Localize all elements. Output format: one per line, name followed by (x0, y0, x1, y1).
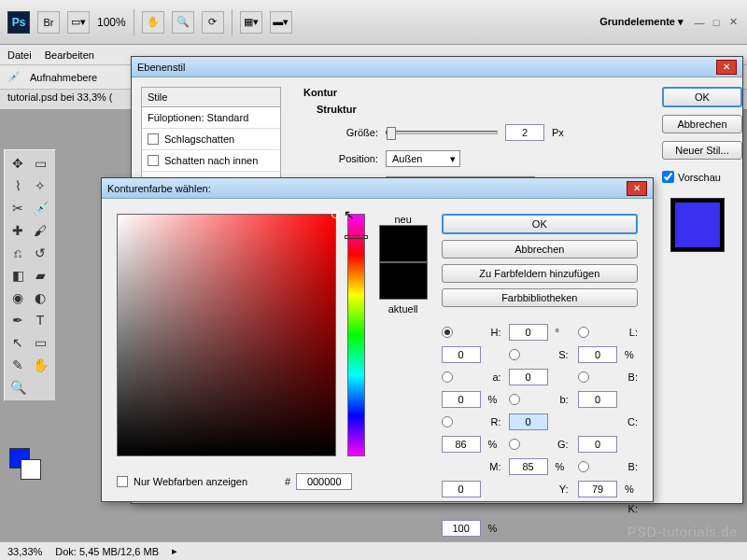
expand-icon[interactable]: ▸ (172, 545, 177, 557)
radio-lab-b[interactable] (509, 394, 520, 405)
heal-tool-icon[interactable]: ✚ (7, 219, 29, 242)
k-input[interactable] (442, 520, 481, 537)
gradient-tool-icon[interactable]: ▰ (29, 264, 51, 287)
style-item-dropshadow[interactable]: Schlagschatten (142, 129, 280, 150)
m-input[interactable] (509, 458, 548, 475)
menu-file[interactable]: Datei (7, 49, 32, 61)
b-hsb-input[interactable] (442, 391, 481, 408)
web-only-checkbox[interactable]: Nur Webfarben anzeigen (117, 476, 247, 487)
close-icon[interactable]: ✕ (627, 181, 647, 196)
y-input[interactable] (578, 481, 617, 497)
divider (232, 9, 233, 35)
stamp-tool-icon[interactable]: ⎌ (7, 242, 29, 264)
c-input[interactable] (442, 436, 481, 453)
eyedropper-icon[interactable]: 💉 (7, 71, 21, 83)
g-input[interactable] (578, 436, 617, 453)
cancel-button[interactable]: Abbrechen (442, 240, 638, 259)
divider (134, 9, 134, 35)
shape-tool-icon[interactable]: ▭ (29, 331, 51, 354)
crop-tool-icon[interactable]: ✂ (7, 197, 29, 219)
notes-tool-icon[interactable]: ✎ (7, 354, 29, 376)
add-swatch-button[interactable]: Zu Farbfeldern hinzufügen (442, 264, 638, 283)
close-icon[interactable]: ✕ (716, 60, 737, 75)
l-input[interactable] (442, 346, 481, 363)
checkbox-icon[interactable] (117, 476, 128, 487)
radio-l[interactable] (578, 327, 589, 338)
arrange-docs-button[interactable]: ▦▾ (240, 11, 262, 34)
radio-rgb-b[interactable] (578, 461, 589, 472)
checkbox-icon[interactable] (148, 155, 159, 166)
pen-tool-icon[interactable]: ✒ (7, 309, 29, 331)
dialog-titlebar[interactable]: Konturenfarbe wählen: ✕ (102, 178, 653, 199)
bridge-button[interactable]: Br (37, 11, 60, 34)
radio-b[interactable] (578, 371, 589, 383)
maximize-icon[interactable]: □ (710, 16, 723, 29)
radio-a[interactable] (442, 371, 453, 383)
screenmode-button[interactable]: ▬▾ (270, 11, 292, 34)
preview-checkbox[interactable]: Vorschau (662, 171, 733, 183)
radio-r[interactable] (442, 416, 453, 427)
eraser-tool-icon[interactable]: ◧ (7, 264, 29, 287)
path-tool-icon[interactable]: ↖ (7, 331, 29, 354)
current-color-swatch[interactable] (379, 262, 428, 300)
lasso-tool-icon[interactable]: ⌇ (7, 175, 29, 197)
screen-mode-button[interactable]: ▭▾ (67, 11, 90, 34)
radio-g[interactable] (509, 439, 520, 450)
doc-size-status[interactable]: Dok: 5,45 MB/12,6 MB (55, 546, 159, 557)
a-input[interactable] (509, 369, 548, 385)
type-tool-icon[interactable]: T (29, 309, 51, 331)
r-input[interactable] (509, 413, 548, 430)
dodge-tool-icon[interactable]: ◐ (29, 287, 51, 309)
dialog-titlebar[interactable]: Ebenenstil ✕ (132, 57, 742, 77)
size-label: Größe: (303, 127, 378, 138)
color-libraries-button[interactable]: Farbbibliotheken (442, 288, 638, 307)
minimize-icon[interactable]: — (693, 16, 706, 29)
ok-button[interactable]: OK (662, 87, 742, 107)
size-unit: Px (552, 127, 564, 138)
status-bar: 33,33% Dok: 5,45 MB/12,6 MB ▸ (0, 541, 747, 560)
hand-tool-icon[interactable]: ✋ (142, 11, 164, 34)
rotate-view-icon[interactable]: ⟳ (202, 11, 224, 34)
menu-edit[interactable]: Bearbeiten (45, 49, 94, 61)
workspace-switcher[interactable]: Grundelemente ▾ (599, 16, 684, 28)
new-color-swatch (379, 225, 428, 262)
fill-options-row[interactable]: Füloptionen: Standard (142, 107, 280, 129)
zoom-level[interactable]: 100% (97, 16, 126, 29)
rgb-b-input[interactable] (442, 481, 481, 497)
hue-thumb[interactable] (345, 235, 367, 239)
close-icon[interactable]: ✕ (726, 16, 740, 29)
marquee-tool-icon[interactable]: ▭ (29, 152, 51, 175)
hex-input[interactable] (296, 473, 352, 490)
style-item-innershadow[interactable]: Schatten nach innen (142, 150, 280, 172)
cancel-button[interactable]: Abbrechen (662, 115, 742, 133)
history-brush-icon[interactable]: ↺ (29, 242, 51, 264)
color-fields: H:° L: S:% a: B:% b: R: C:% G: M:% B: Y:… (442, 324, 638, 537)
s-input[interactable] (578, 346, 617, 363)
background-color-swatch[interactable] (21, 459, 41, 480)
new-label: neu (376, 214, 430, 225)
radio-h[interactable] (442, 327, 453, 338)
brush-tool-icon[interactable]: 🖌 (29, 219, 51, 242)
styles-header[interactable]: Stile (142, 88, 280, 107)
zoom-tool-icon[interactable]: 🔍 (7, 376, 29, 399)
new-style-button[interactable]: Neuer Stil... (662, 141, 742, 160)
zoom-status[interactable]: 33,33% (7, 546, 42, 557)
h-input[interactable] (509, 324, 548, 341)
color-preview: neu aktuell (376, 214, 430, 537)
checkbox-icon[interactable] (148, 133, 159, 145)
size-input[interactable] (505, 124, 544, 141)
lab-b-input[interactable] (578, 391, 617, 408)
size-slider[interactable] (386, 131, 498, 134)
zoom-tool-icon[interactable]: 🔍 (172, 11, 194, 34)
hand-tool-icon[interactable]: ✋ (29, 354, 51, 376)
hue-slider[interactable] (347, 214, 364, 456)
move-tool-icon[interactable]: ✥ (7, 152, 29, 175)
saturation-value-field[interactable] (117, 214, 336, 456)
position-select[interactable]: Außen (386, 150, 460, 167)
blur-tool-icon[interactable]: ◉ (7, 287, 29, 309)
preview-swatch (670, 198, 725, 252)
ok-button[interactable]: OK (442, 214, 638, 234)
radio-s[interactable] (509, 349, 520, 360)
wand-tool-icon[interactable]: ✧ (29, 175, 51, 197)
eyedropper-tool-icon[interactable]: 💉 (29, 197, 51, 219)
